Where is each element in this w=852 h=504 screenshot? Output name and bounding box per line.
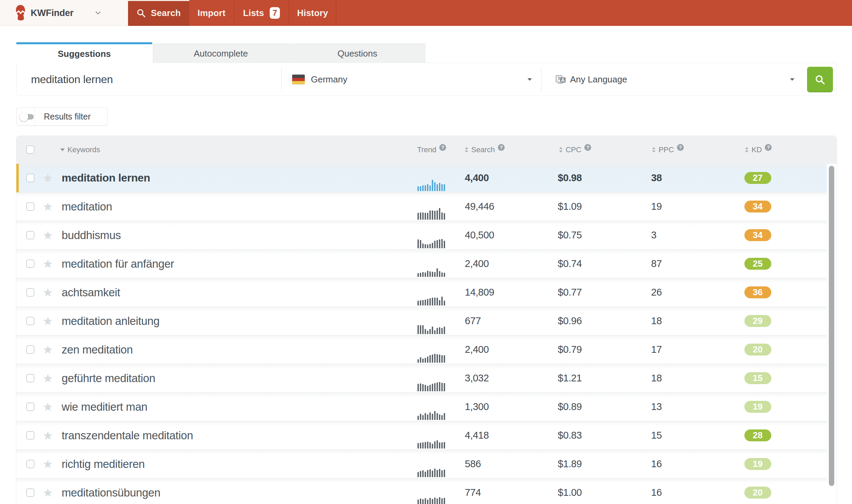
kd-badge[interactable]: 25	[744, 258, 771, 270]
table-row[interactable]: richtig meditieren 586 $1.89 16 19	[16, 450, 827, 478]
row-checkbox[interactable]	[26, 403, 34, 411]
help-icon[interactable]: ?	[677, 144, 684, 151]
kd-badge[interactable]: 28	[744, 429, 771, 441]
star-icon[interactable]	[43, 403, 52, 411]
row-checkbox[interactable]	[26, 460, 34, 468]
star-icon[interactable]	[43, 259, 52, 268]
row-checkbox[interactable]	[26, 345, 34, 354]
row-checkbox[interactable]	[26, 174, 34, 182]
row-checkbox[interactable]	[26, 231, 34, 239]
column-header-search[interactable]: Search ?	[464, 136, 505, 164]
search-volume: 1,300	[465, 401, 489, 412]
table-row[interactable]: geführte meditation 3,032 $1.21 18 15	[16, 364, 827, 393]
search-panel: meditation lernen Germany Any Language	[16, 63, 837, 96]
ppc-value: 26	[651, 287, 662, 298]
table-row[interactable]: meditation lernen 4,400 $0.98 38 27	[16, 164, 827, 192]
column-header-kd[interactable]: KD ?	[744, 136, 772, 164]
vertical-scrollbar[interactable]	[829, 166, 834, 486]
find-keywords-button[interactable]	[807, 67, 833, 92]
table-row[interactable]: meditationsübungen 774 $1.00 16 20	[16, 478, 827, 504]
keyword-input[interactable]: meditation lernen	[17, 63, 281, 96]
top-navbar: KWFinder SearchImportLists7History	[0, 0, 852, 26]
help-icon[interactable]: ?	[498, 144, 505, 151]
kd-badge[interactable]: 29	[744, 315, 771, 327]
table-row[interactable]: wie meditiert man 1,300 $0.89 13 19	[16, 393, 827, 421]
table-row[interactable]: achtsamkeit 14,809 $0.77 26 36	[16, 278, 827, 307]
column-header-cpc[interactable]: CPC ?	[558, 136, 591, 164]
row-checkbox[interactable]	[26, 374, 34, 382]
ppc-value: 38	[651, 172, 662, 184]
star-icon[interactable]	[43, 345, 52, 354]
star-icon[interactable]	[43, 431, 52, 440]
star-icon[interactable]	[43, 317, 52, 326]
kd-badge[interactable]: 34	[744, 201, 771, 212]
tab-suggestions[interactable]: Suggestions	[16, 42, 152, 63]
country-select[interactable]: Germany	[281, 63, 541, 96]
kd-badge[interactable]: 20	[744, 487, 771, 499]
star-icon[interactable]	[43, 488, 52, 497]
kd-badge[interactable]: 19	[744, 458, 771, 470]
ppc-value: 13	[651, 401, 662, 412]
results-filter-toggle[interactable]	[17, 108, 34, 125]
kd-badge[interactable]: 34	[744, 229, 771, 241]
column-header-ppc[interactable]: PPC ?	[651, 136, 684, 164]
kd-badge[interactable]: 15	[744, 372, 771, 384]
results-filter[interactable]: Results filter	[16, 108, 108, 126]
country-select-value: Germany	[311, 74, 347, 85]
kd-badge[interactable]: 36	[744, 286, 771, 298]
brand-logo[interactable]: KWFinder	[0, 0, 128, 26]
trend-sparkline	[417, 379, 447, 391]
row-checkbox[interactable]	[26, 488, 34, 497]
keyword-text: meditation lernen	[62, 172, 150, 184]
help-icon[interactable]: ?	[584, 144, 591, 151]
kd-badge[interactable]: 20	[744, 344, 771, 356]
ppc-value: 18	[651, 373, 662, 384]
keyword-text: geführte meditation	[62, 372, 155, 385]
star-icon[interactable]	[43, 202, 52, 211]
help-icon[interactable]: ?	[765, 144, 772, 151]
ppc-value: 19	[651, 201, 662, 212]
sort-icon	[744, 146, 749, 153]
star-icon[interactable]	[43, 231, 52, 240]
keywords-table: Keywords Trend ? Search ? CPC ? PPC ?	[16, 136, 837, 504]
nav-item-lists[interactable]: Lists7	[234, 0, 289, 26]
ppc-value: 18	[651, 315, 662, 327]
search-volume: 14,809	[465, 287, 494, 298]
nav-item-history[interactable]: History	[289, 0, 336, 26]
tab-autocomplete[interactable]: Autocomplete	[153, 44, 289, 63]
table-row[interactable]: zen meditation 2,400 $0.79 17 20	[16, 335, 827, 364]
language-select[interactable]: Any Language	[541, 63, 819, 96]
search-icon	[137, 9, 146, 18]
keyword-input-value: meditation lernen	[31, 73, 113, 86]
star-icon[interactable]	[43, 374, 52, 383]
table-row[interactable]: meditation anleitung 677 $0.96 18 29	[16, 307, 827, 335]
kd-badge[interactable]: 19	[744, 401, 771, 413]
star-icon[interactable]	[43, 460, 52, 469]
table-row[interactable]: buddhismus 40,500 $0.75 3 34	[16, 221, 827, 250]
translate-icon	[556, 74, 566, 84]
row-checkbox[interactable]	[26, 259, 34, 268]
trend-sparkline	[417, 207, 447, 220]
row-checkbox[interactable]	[26, 202, 34, 211]
row-checkbox[interactable]	[26, 317, 34, 325]
tab-questions[interactable]: Questions	[289, 44, 425, 63]
kd-badge[interactable]: 27	[744, 172, 771, 184]
table-row[interactable]: meditation für anfänger 2,400 $0.74 87 2…	[16, 250, 827, 278]
trend-sparkline	[417, 465, 447, 477]
table-body: meditation lernen 4,400 $0.98 38 27 medi…	[16, 164, 837, 504]
cpc-value: $0.98	[558, 172, 582, 184]
select-all-checkbox[interactable]	[26, 145, 34, 154]
column-header-trend: Trend ?	[417, 136, 446, 164]
row-checkbox[interactable]	[26, 431, 34, 440]
star-icon[interactable]	[43, 174, 52, 183]
table-row[interactable]: meditation 49,446 $1.09 19 34	[16, 192, 827, 221]
nav-item-search[interactable]: Search	[128, 0, 189, 26]
column-header-keywords[interactable]: Keywords	[60, 136, 100, 164]
star-icon[interactable]	[43, 288, 52, 297]
nav-item-import[interactable]: Import	[189, 0, 234, 26]
keyword-text: zen meditation	[62, 343, 133, 356]
help-icon[interactable]: ?	[439, 144, 446, 151]
row-checkbox[interactable]	[26, 288, 34, 297]
germany-flag-icon	[292, 75, 305, 84]
table-row[interactable]: transzendentale meditation 4,418 $0.83 1…	[16, 421, 827, 450]
